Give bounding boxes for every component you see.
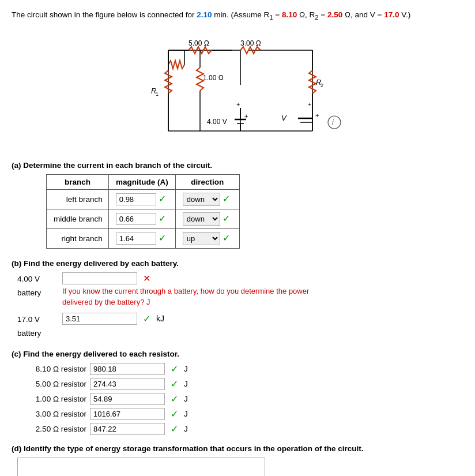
branch-name-cell: left branch bbox=[47, 189, 109, 209]
resistor-check-icon: ✓ bbox=[171, 378, 178, 389]
svg-text:+: + bbox=[308, 101, 311, 108]
resistor-row: 3.00 Ω resistor✓J bbox=[17, 408, 463, 420]
svg-text:+: + bbox=[236, 101, 240, 108]
time-value: 2.10 bbox=[197, 10, 212, 19]
circuit-diagram: R 1 5.00 Ω 3.00 Ω 1.00 Ω R 2 bbox=[12, 33, 463, 148]
direction-cell: downup✓ bbox=[175, 189, 239, 209]
assume-text: (Assume bbox=[231, 10, 262, 19]
battery1-hint: If you know the current through a batter… bbox=[62, 286, 339, 308]
resistor-input[interactable] bbox=[90, 393, 165, 405]
battery1-input[interactable] bbox=[62, 272, 137, 284]
resistor-input[interactable] bbox=[90, 378, 165, 390]
resistor-row: 2.50 Ω resistor✓J bbox=[17, 423, 463, 435]
direction-cell: downup✓ bbox=[175, 228, 239, 248]
svg-text:2: 2 bbox=[321, 83, 323, 88]
magnitude-cell: ✓ bbox=[108, 209, 175, 228]
magnitude-check-icon: ✓ bbox=[159, 233, 166, 243]
magnitude-check-icon: ✓ bbox=[159, 213, 166, 223]
battery2-input-row: ✓ kJ bbox=[62, 313, 164, 325]
resistor-unit: J bbox=[184, 425, 188, 433]
magnitude-cell: ✓ bbox=[108, 189, 175, 209]
battery2-row: 17.0 Vbattery ✓ kJ bbox=[17, 313, 463, 341]
resistor-label: 8.10 Ω resistor bbox=[17, 365, 86, 373]
magnitude-input[interactable] bbox=[116, 233, 156, 245]
branch-name-cell: middle branch bbox=[47, 209, 109, 228]
info-circle[interactable] bbox=[328, 116, 341, 129]
resistor-input[interactable] bbox=[90, 363, 165, 375]
resistor-unit: J bbox=[184, 365, 188, 373]
resistor-row: 8.10 Ω resistor✓J bbox=[17, 363, 463, 375]
magnitude-check-icon: ✓ bbox=[159, 194, 166, 204]
magnitude-input[interactable] bbox=[116, 213, 156, 225]
part-d-textarea[interactable] bbox=[17, 458, 265, 476]
r300-label: 3.00 Ω bbox=[240, 39, 261, 47]
v-label: V bbox=[281, 114, 287, 122]
resistor-unit: J bbox=[184, 380, 188, 388]
resistor-input[interactable] bbox=[90, 423, 165, 435]
info-icon-text: i bbox=[332, 118, 334, 126]
part-d-area bbox=[17, 458, 463, 476]
part-c-label: (c) Find the energy delivered to each re… bbox=[12, 350, 463, 358]
resistor-unit: J bbox=[184, 395, 188, 403]
part-d-label: (d) Identify the type of energy storage … bbox=[12, 444, 463, 453]
direction-check-icon: ✓ bbox=[223, 233, 230, 243]
plus-v-label: + bbox=[315, 112, 319, 119]
resistor-row: 1.00 Ω resistor✓J bbox=[17, 393, 463, 405]
table-row: right branch✓downup✓ bbox=[47, 228, 240, 248]
direction-check-icon: ✓ bbox=[223, 194, 230, 204]
r500-label: 5.00 Ω bbox=[189, 39, 209, 47]
branch-table: branch magnitude (A) direction left bran… bbox=[46, 174, 240, 249]
resistor-row: 5.00 Ω resistor✓J bbox=[17, 378, 463, 390]
part-a-label: (a) Determine the current in each branch… bbox=[12, 161, 463, 170]
part-b-label: (b) Find the energy delivered by each ba… bbox=[12, 259, 463, 268]
resistor-unit: J bbox=[184, 410, 188, 418]
branch-name-cell: right branch bbox=[47, 228, 109, 248]
battery2-unit: kJ bbox=[156, 314, 164, 323]
resistor-label: 2.50 Ω resistor bbox=[17, 425, 86, 433]
direction-select[interactable]: downup bbox=[183, 212, 220, 226]
resistor-label: 1.00 Ω resistor bbox=[17, 395, 86, 403]
resistor-check-icon: ✓ bbox=[171, 408, 178, 419]
battery1-label: 4.00 Vbattery bbox=[17, 272, 58, 301]
svg-text:1: 1 bbox=[156, 91, 159, 97]
time-unit: min. bbox=[214, 10, 229, 19]
table-row: left branch✓downup✓ bbox=[47, 189, 240, 209]
battery1-cross-icon: ✕ bbox=[143, 273, 150, 284]
resistor-check-icon: ✓ bbox=[171, 363, 178, 374]
direction-select[interactable]: downup bbox=[183, 193, 220, 206]
v-val: 17.0 bbox=[384, 10, 399, 19]
resistor-label: 5.00 Ω resistor bbox=[17, 380, 86, 388]
resistor-input[interactable] bbox=[90, 408, 165, 420]
plus-battery-label: + bbox=[244, 113, 248, 119]
battery2-input[interactable] bbox=[62, 313, 137, 325]
battery-section: 4.00 Vbattery ✕ If you know the current … bbox=[17, 272, 463, 341]
battery-4v-label: 4.00 V bbox=[207, 118, 227, 126]
battery1-row: 4.00 Vbattery ✕ If you know the current … bbox=[17, 272, 463, 308]
resistor-section: 8.10 Ω resistor✓J5.00 Ω resistor✓J1.00 Ω… bbox=[17, 363, 463, 435]
r1-val: 8.10 bbox=[282, 10, 297, 19]
direction-check-icon: ✓ bbox=[223, 213, 230, 223]
direction-select[interactable]: downup bbox=[183, 232, 220, 245]
battery2-label: 17.0 Vbattery bbox=[17, 313, 58, 341]
col-branch: branch bbox=[47, 174, 109, 189]
col-direction: direction bbox=[175, 174, 239, 189]
table-row: middle branch✓downup✓ bbox=[47, 209, 240, 228]
col-magnitude: magnitude (A) bbox=[108, 174, 175, 189]
battery1-input-row: ✕ bbox=[62, 272, 339, 284]
r2-val: 2.50 bbox=[327, 10, 342, 19]
resistor-check-icon: ✓ bbox=[171, 393, 178, 404]
magnitude-input[interactable] bbox=[116, 193, 156, 205]
circuit-svg: R 1 5.00 Ω 3.00 Ω 1.00 Ω R 2 bbox=[134, 33, 341, 148]
problem-statement: The circuit shown in the figure below is… bbox=[12, 9, 463, 23]
battery1-input-area: ✕ If you know the current through a batt… bbox=[62, 272, 339, 308]
r100-label: 1.00 Ω bbox=[203, 74, 224, 82]
statement-text1: The circuit shown in the figure below is… bbox=[12, 10, 194, 19]
resistor-check-icon: ✓ bbox=[171, 423, 178, 434]
resistor-label: 3.00 Ω resistor bbox=[17, 410, 86, 418]
battery2-check-icon: ✓ bbox=[143, 313, 150, 324]
direction-cell: downup✓ bbox=[175, 209, 239, 228]
magnitude-cell: ✓ bbox=[108, 228, 175, 248]
